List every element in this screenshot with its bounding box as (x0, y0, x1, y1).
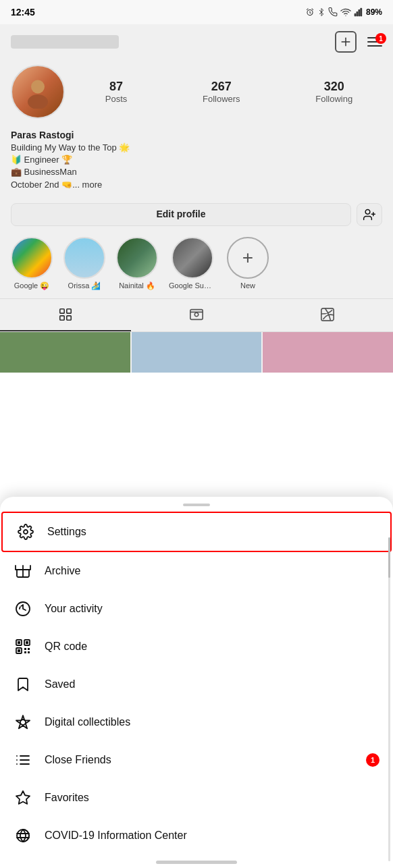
create-button[interactable] (335, 31, 357, 53)
status-time: 12:45 (11, 7, 35, 18)
bottom-sheet: Settings Archive Your activity (0, 497, 393, 868)
favorites-icon (14, 788, 32, 807)
highlight-google-circle (11, 237, 53, 279)
menu-button[interactable]: 1 (367, 37, 382, 47)
svg-rect-16 (67, 309, 71, 313)
followers-label: Followers (203, 94, 240, 104)
svg-point-20 (194, 313, 199, 317)
tagged-icon (320, 307, 335, 322)
svg-rect-5 (357, 11, 358, 16)
covid-label: COVID-19 Information Center (45, 830, 187, 842)
following-label: Following (315, 94, 352, 104)
bio-text: Building My Way to the Top 🌟 🔰 Engineer … (11, 142, 382, 191)
photo-cell-1 (0, 332, 130, 373)
svg-line-1 (307, 9, 308, 10)
menu-item-collectibles[interactable]: Digital collectibles (0, 703, 393, 741)
highlight-nainital[interactable]: Nainital 🔥 (116, 237, 158, 290)
favorites-label: Favorites (45, 792, 89, 804)
following-stat[interactable]: 320 Following (315, 80, 352, 104)
archive-icon (14, 562, 32, 580)
sheet-handle (183, 504, 210, 506)
close-friends-label: Close Friends (45, 754, 111, 766)
menu-item-archive[interactable]: Archive (0, 552, 393, 590)
menu-item-favorites[interactable]: Favorites (0, 779, 393, 817)
close-friends-icon (14, 751, 32, 769)
covid-icon (14, 826, 32, 845)
profile-name: Paras Rastogi (11, 130, 382, 140)
collectibles-label: Digital collectibles (45, 716, 130, 728)
tab-reels[interactable] (131, 299, 262, 331)
status-bar: 12:45 89% (0, 0, 393, 24)
svg-rect-27 (18, 641, 20, 644)
svg-rect-17 (60, 316, 64, 320)
photo-cell-3 (263, 332, 393, 373)
profile-area: 1 87 Posts 267 Followers 320 Following (0, 24, 393, 373)
archive-label: Archive (45, 565, 80, 577)
header-icons: 1 (335, 31, 382, 53)
svg-rect-7 (361, 8, 362, 16)
highlights-row: Google 😜 Orissa 🏄 Nainital 🔥 Google Summ… (0, 232, 393, 298)
qr-icon (14, 637, 32, 656)
tab-grid[interactable] (0, 299, 131, 331)
svg-rect-33 (28, 648, 30, 650)
close-friends-badge: 1 (366, 753, 379, 767)
svg-point-10 (31, 80, 45, 94)
svg-point-12 (365, 209, 370, 214)
settings-icon (16, 522, 35, 541)
highlight-orissa-circle (63, 237, 105, 279)
activity-label: Your activity (45, 603, 103, 615)
followers-stat[interactable]: 267 Followers (203, 80, 240, 104)
followers-count: 267 (203, 80, 240, 94)
reels-icon (189, 307, 204, 322)
bio-section: Paras Rastogi Building My Way to the Top… (0, 127, 393, 198)
menu-item-close-friends[interactable]: Close Friends 1 (0, 741, 393, 779)
menu-notification-badge: 1 (375, 33, 386, 44)
posts-stat[interactable]: 87 Posts (105, 80, 128, 104)
saved-label: Saved (45, 678, 75, 690)
activity-icon (14, 599, 32, 618)
tab-tagged[interactable] (262, 299, 393, 331)
highlight-summit-label: Google Summit❤️ (169, 281, 216, 290)
svg-rect-4 (355, 13, 356, 16)
grid-icon (58, 307, 73, 322)
collectibles-icon (14, 713, 32, 732)
svg-rect-29 (26, 641, 28, 644)
edit-profile-button[interactable]: Edit profile (11, 203, 351, 226)
menu-item-settings[interactable]: Settings (1, 512, 392, 552)
highlight-summit-circle (172, 237, 213, 279)
add-people-button[interactable] (357, 203, 382, 226)
svg-rect-35 (28, 651, 30, 653)
status-icons: 89% (305, 7, 382, 18)
qr-label: QR code (45, 641, 87, 653)
menu-item-saved[interactable]: Saved (0, 666, 393, 703)
menu-item-covid[interactable]: COVID-19 Information Center (0, 817, 393, 855)
svg-marker-43 (16, 791, 30, 804)
posts-label: Posts (105, 94, 128, 104)
tab-bar (0, 298, 393, 332)
settings-label: Settings (47, 526, 86, 538)
profile-info: 87 Posts 267 Followers 320 Following (0, 59, 393, 127)
svg-rect-18 (67, 316, 71, 320)
home-bar (156, 861, 237, 864)
menu-item-your-activity[interactable]: Your activity (0, 590, 393, 628)
following-count: 320 (315, 80, 352, 94)
svg-rect-6 (359, 10, 360, 16)
highlight-nainital-label: Nainital 🔥 (119, 281, 155, 290)
highlight-google-summit[interactable]: Google Summit❤️ (169, 237, 216, 290)
highlight-new[interactable]: + New (227, 237, 269, 290)
highlight-new-circle: + (227, 237, 269, 279)
highlight-google[interactable]: Google 😜 (11, 237, 53, 290)
stats-row: 87 Posts 267 Followers 320 Following (76, 80, 382, 104)
menu-item-qr[interactable]: QR code (0, 628, 393, 666)
new-plus-icon: + (242, 247, 253, 269)
highlight-orissa[interactable]: Orissa 🏄 (63, 237, 105, 290)
saved-icon (14, 675, 32, 694)
highlight-orissa-label: Orissa 🏄 (68, 281, 101, 290)
svg-line-2 (312, 9, 313, 10)
svg-rect-34 (24, 651, 26, 653)
svg-point-23 (24, 530, 28, 534)
photo-grid (0, 332, 393, 373)
svg-rect-32 (24, 648, 26, 650)
sheet-scrollbar[interactable] (388, 537, 390, 861)
sheet-scrollbar-thumb (388, 537, 390, 578)
